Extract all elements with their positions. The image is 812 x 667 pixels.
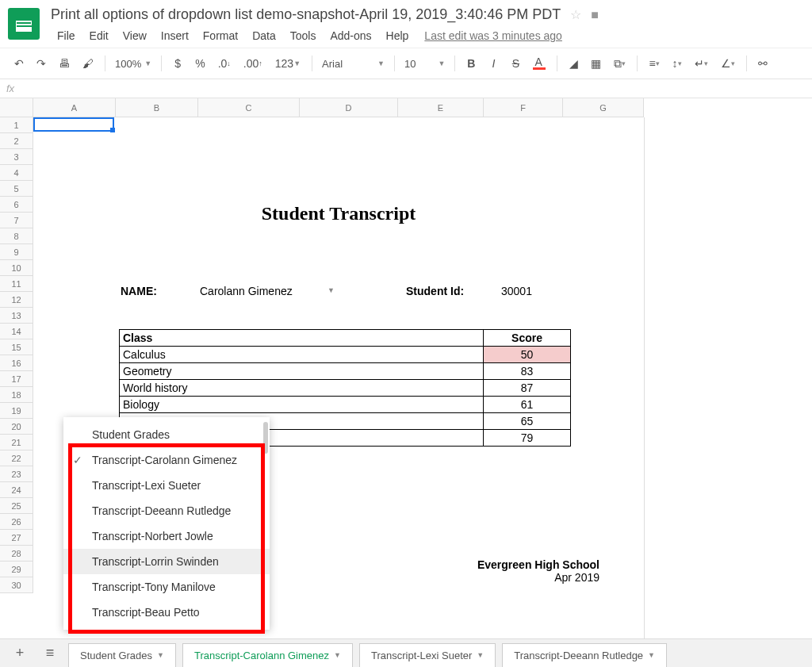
currency-button[interactable]: $: [168, 54, 187, 73]
col-header-C[interactable]: C: [198, 98, 300, 117]
col-header-A[interactable]: A: [33, 98, 116, 117]
sheet-list-item[interactable]: Transcript-Beau Petto: [63, 600, 270, 625]
row-header-3[interactable]: 3: [0, 149, 33, 165]
halign-button[interactable]: ≡▾: [644, 54, 664, 73]
formula-bar[interactable]: fx: [0, 79, 812, 98]
link-button[interactable]: ⚯: [753, 54, 772, 73]
row-header-26[interactable]: 26: [0, 514, 33, 530]
row-header-21[interactable]: 21: [0, 435, 33, 450]
last-edit-link[interactable]: Last edit was 3 minutes ago: [424, 29, 562, 42]
class-cell[interactable]: Biology: [120, 397, 484, 413]
row-header-25[interactable]: 25: [0, 498, 33, 514]
star-icon[interactable]: ☆: [570, 7, 581, 22]
row-header-17[interactable]: 17: [0, 371, 33, 387]
paint-format-button[interactable]: 🖌: [78, 54, 98, 73]
row-header-22[interactable]: 22: [0, 450, 33, 466]
more-formats-button[interactable]: 123▼: [270, 54, 305, 73]
select-all-corner[interactable]: [0, 98, 33, 117]
row-header-9[interactable]: 9: [0, 244, 33, 260]
zoom-select[interactable]: 100%▼: [112, 58, 155, 70]
undo-button[interactable]: ↶: [10, 54, 29, 73]
row-header-19[interactable]: 19: [0, 403, 33, 419]
tab-transcript-lexi[interactable]: Transcript-Lexi Sueter▼: [359, 643, 496, 667]
fill-color-button[interactable]: ◢: [564, 54, 583, 73]
folder-icon[interactable]: ■: [591, 8, 599, 22]
row-header-29[interactable]: 29: [0, 562, 33, 577]
font-select[interactable]: Arial▼: [319, 58, 388, 70]
row-header-16[interactable]: 16: [0, 355, 33, 371]
rotate-button[interactable]: ∠▾: [716, 54, 740, 73]
row-header-10[interactable]: 10: [0, 260, 33, 276]
name-dropdown[interactable]: Carolann Gimenez ▼: [200, 285, 343, 297]
menu-edit[interactable]: Edit: [83, 26, 115, 45]
row-header-4[interactable]: 4: [0, 165, 33, 181]
borders-button[interactable]: ▦: [586, 54, 606, 73]
col-header-F[interactable]: F: [484, 98, 563, 117]
menu-tools[interactable]: Tools: [284, 26, 323, 45]
row-header-30[interactable]: 30: [0, 577, 33, 593]
row-header-7[interactable]: 7: [0, 213, 33, 228]
bold-button[interactable]: B: [462, 54, 481, 73]
sheet-list-item[interactable]: Transcript-Tony Manilove: [63, 574, 270, 600]
merge-button[interactable]: ⧉▾: [609, 54, 630, 74]
menu-format[interactable]: Format: [197, 26, 244, 45]
row-header-5[interactable]: 5: [0, 181, 33, 197]
document-title[interactable]: Print all options of dropdown list demo-…: [51, 6, 561, 23]
sheet-list-popup[interactable]: Student GradesTranscript-Carolann Gimene…: [63, 417, 270, 630]
tab-student-grades[interactable]: Student Grades▼: [68, 643, 176, 667]
row-header-2[interactable]: 2: [0, 133, 33, 149]
sheet-list-item[interactable]: Transcript-Norbert Jowle: [63, 523, 270, 549]
all-sheets-button[interactable]: ≡: [38, 645, 62, 661]
wrap-button[interactable]: ↵▾: [690, 54, 713, 73]
menu-data[interactable]: Data: [246, 26, 282, 45]
menu-view[interactable]: View: [117, 26, 153, 45]
row-header-28[interactable]: 28: [0, 546, 33, 562]
font-size-select[interactable]: 10▼: [401, 58, 448, 70]
sheet-list-item[interactable]: Transcript-Lexi Sueter: [63, 473, 270, 498]
score-cell[interactable]: 61: [484, 397, 571, 413]
menu-addons[interactable]: Add-ons: [324, 26, 377, 45]
class-cell[interactable]: World history: [120, 380, 484, 397]
row-header-14[interactable]: 14: [0, 324, 33, 339]
row-header-6[interactable]: 6: [0, 197, 33, 213]
text-color-button[interactable]: [528, 54, 550, 73]
row-header-24[interactable]: 24: [0, 482, 33, 498]
print-button[interactable]: 🖶: [54, 54, 75, 73]
percent-button[interactable]: %: [190, 54, 209, 73]
row-header-15[interactable]: 15: [0, 339, 33, 355]
sheets-logo-icon[interactable]: [8, 8, 40, 40]
score-cell[interactable]: 65: [484, 413, 571, 430]
row-header-18[interactable]: 18: [0, 387, 33, 403]
sheet-list-item[interactable]: Transcript-Carolann Gimenez: [63, 447, 270, 473]
col-header-E[interactable]: E: [398, 98, 484, 117]
col-header-B[interactable]: B: [116, 98, 198, 117]
score-cell[interactable]: 79: [484, 430, 571, 447]
col-header-D[interactable]: D: [300, 98, 398, 117]
menu-help[interactable]: Help: [380, 26, 416, 45]
score-cell[interactable]: 87: [484, 380, 571, 397]
row-header-23[interactable]: 23: [0, 466, 33, 482]
menu-file[interactable]: File: [51, 26, 82, 45]
col-header-G[interactable]: G: [563, 98, 644, 117]
menu-insert[interactable]: Insert: [155, 26, 195, 45]
row-header-13[interactable]: 13: [0, 308, 33, 324]
tab-transcript-carolann[interactable]: Transcript-Carolann Gimenez▼: [182, 643, 353, 667]
class-cell[interactable]: Calculus: [120, 347, 484, 363]
add-sheet-button[interactable]: +: [8, 645, 32, 661]
row-header-11[interactable]: 11: [0, 276, 33, 292]
sheet-list-item[interactable]: Transcript-Deeann Rutledge: [63, 498, 270, 523]
class-cell[interactable]: Geometry: [120, 363, 484, 380]
row-header-8[interactable]: 8: [0, 228, 33, 244]
valign-button[interactable]: ↕▾: [668, 54, 687, 73]
sheet-list-item[interactable]: Student Grades: [63, 422, 270, 447]
score-cell[interactable]: 83: [484, 363, 571, 380]
italic-button[interactable]: I: [484, 54, 503, 73]
row-header-12[interactable]: 12: [0, 292, 33, 308]
decrease-decimal-button[interactable]: .0↓: [213, 54, 236, 73]
strikethrough-button[interactable]: S: [506, 54, 525, 73]
sheet-list-item[interactable]: Transcript-Lorrin Swinden: [63, 549, 270, 574]
row-header-20[interactable]: 20: [0, 419, 33, 435]
row-header-1[interactable]: 1: [0, 117, 33, 133]
increase-decimal-button[interactable]: .00↑: [239, 54, 267, 73]
redo-button[interactable]: ↷: [32, 54, 51, 73]
